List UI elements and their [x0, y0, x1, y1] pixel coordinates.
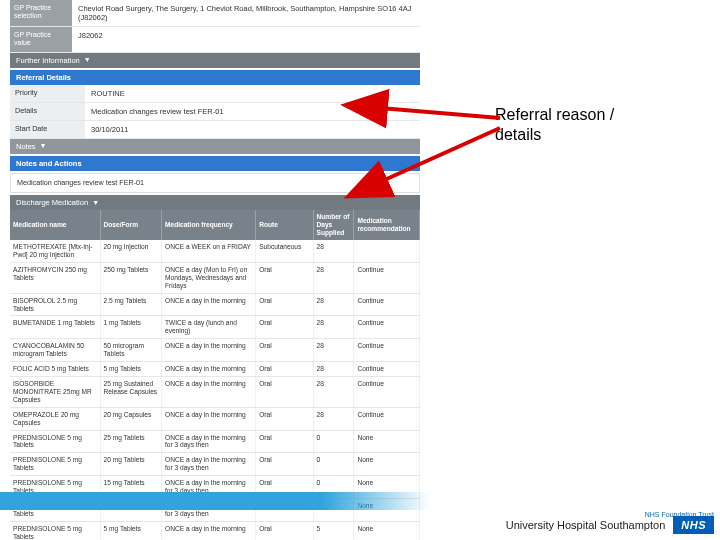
cell-freq: ONCE a day (Mon to Fri) on Mondays, Wedn…: [162, 262, 256, 293]
col-days-supplied: Number of Days Supplied: [313, 210, 354, 240]
notes-section[interactable]: Notes ▼: [10, 139, 420, 154]
cell-route: Oral: [256, 430, 313, 453]
gp-practice-value-row: GP Practice value J82062: [10, 27, 420, 53]
referral-details-row: Details Medication changes review test F…: [10, 103, 420, 121]
cell-route: Oral: [256, 407, 313, 430]
col-recommendation: Medication recommendation: [354, 210, 420, 240]
cell-route: Oral: [256, 362, 313, 377]
cell-name: AZITHROMYCIN 250 mg Tablets: [10, 262, 100, 293]
cell-name: OMEPRAZOLE 20 mg Capsules: [10, 407, 100, 430]
cell-route: Oral: [256, 453, 313, 476]
cell-days: 28: [313, 240, 354, 262]
nhs-logo: NHS: [673, 516, 714, 534]
col-dose-form: Dose/Form: [100, 210, 161, 240]
cell-days: 0: [313, 430, 354, 453]
cell-freq: TWICE a day (lunch and evening): [162, 316, 256, 339]
cell-days: 28: [313, 339, 354, 362]
cell-freq: ONCE a day in the morning for 3 days the…: [162, 453, 256, 476]
referral-start-label: Start Date: [10, 121, 85, 138]
col-frequency: Medication frequency: [162, 210, 256, 240]
further-information-label: Further Information: [16, 56, 80, 65]
table-row: PREDNISOLONE 5 mg Tablets25 mg TabletsON…: [10, 430, 420, 453]
cell-rec: Continue: [354, 362, 420, 377]
table-row: FOLIC ACID 5 mg Tablets5 mg TabletsONCE …: [10, 362, 420, 377]
annotation-line2: details: [495, 126, 541, 143]
gp-practice-selection-label: GP Practice selection: [10, 0, 72, 26]
cell-days: 28: [313, 407, 354, 430]
cell-name: CYANOCOBALAMIN 50 microgram Tablets: [10, 339, 100, 362]
referral-details-grid: Priority ROUTINE Details Medication chan…: [10, 85, 420, 139]
col-medication-name: Medication name: [10, 210, 100, 240]
cell-route: Oral: [256, 339, 313, 362]
chevron-down-icon: ▼: [92, 199, 99, 207]
cell-freq: ONCE a WEEK on a FRIDAY: [162, 240, 256, 262]
uhs-logo-text: University Hospital Southampton: [506, 519, 666, 531]
trust-subtext: NHS Foundation Trust: [645, 511, 714, 518]
table-row: CYANOCOBALAMIN 50 microgram Tablets50 mi…: [10, 339, 420, 362]
discharge-medication-section[interactable]: Discharge Medication ▼: [10, 195, 420, 210]
cell-name: BISOPROLOL 2.5 mg Tablets: [10, 293, 100, 316]
medication-table: Medication name Dose/Form Medication fre…: [10, 210, 420, 540]
cell-rec: Continue: [354, 377, 420, 408]
cell-rec: Continue: [354, 262, 420, 293]
referral-priority-value: ROUTINE: [85, 85, 420, 102]
cell-rec: Continue: [354, 407, 420, 430]
gp-practice-selection-value: Cheviot Road Surgery, The Surgery, 1 Che…: [72, 0, 420, 26]
gp-practice-selection-row: GP Practice selection Cheviot Road Surge…: [10, 0, 420, 27]
cell-route: Subcutaneous: [256, 240, 313, 262]
cell-days: 28: [313, 362, 354, 377]
table-row: OMEPRAZOLE 20 mg Capsules20 mg CapsulesO…: [10, 407, 420, 430]
further-information-section[interactable]: Further Information ▼: [10, 53, 420, 68]
table-row: ISOSORBIDE MONONITRATE 25mg MR Capsules2…: [10, 377, 420, 408]
cell-freq: ONCE a day in the morning: [162, 339, 256, 362]
table-row: BISOPROLOL 2.5 mg Tablets2.5 mg TabletsO…: [10, 293, 420, 316]
table-row: PREDNISOLONE 5 mg Tablets20 mg TabletsON…: [10, 453, 420, 476]
footer-logos: University Hospital Southampton NHS: [506, 516, 714, 534]
table-row: METHOTREXATE [Mtx-Inj-Pwd] 20 mg Injecti…: [10, 240, 420, 262]
referral-start-row: Start Date 30/10/2011: [10, 121, 420, 139]
cell-dose: 250 mg Tablets: [100, 262, 161, 293]
notes-actions-title: Notes and Actions: [10, 156, 420, 171]
cell-dose: 50 microgram Tablets: [100, 339, 161, 362]
gp-practice-value-label: GP Practice value: [10, 27, 72, 52]
cell-dose: 20 mg Capsules: [100, 407, 161, 430]
cell-days: 28: [313, 316, 354, 339]
referral-details-value: Medication changes review test FER-01: [85, 103, 420, 120]
cell-dose: 1 mg Tablets: [100, 316, 161, 339]
cell-dose: 25 mg Sustained Release Capsules: [100, 377, 161, 408]
cell-freq: ONCE a day in the morning: [162, 362, 256, 377]
cell-name: PREDNISOLONE 5 mg Tablets: [10, 430, 100, 453]
cell-days: 0: [313, 453, 354, 476]
referral-panel: GP Practice selection Cheviot Road Surge…: [10, 0, 420, 540]
cell-dose: 20 mg Injection: [100, 240, 161, 262]
referral-details-label: Details: [10, 103, 85, 120]
table-row: AZITHROMYCIN 250 mg Tablets250 mg Tablet…: [10, 262, 420, 293]
annotation-line1: Referral reason /: [495, 106, 614, 123]
notes-section-label: Notes: [16, 142, 36, 151]
col-route: Route: [256, 210, 313, 240]
cell-rec: Continue: [354, 316, 420, 339]
referral-priority-row: Priority ROUTINE: [10, 85, 420, 103]
referral-start-value: 30/10/2011: [85, 121, 420, 138]
cell-name: METHOTREXATE [Mtx-Inj-Pwd] 20 mg Injecti…: [10, 240, 100, 262]
cell-days: 28: [313, 262, 354, 293]
cell-dose: 5 mg Tablets: [100, 362, 161, 377]
cell-dose: 25 mg Tablets: [100, 430, 161, 453]
cell-rec: [354, 240, 420, 262]
cell-route: Oral: [256, 377, 313, 408]
cell-days: 28: [313, 377, 354, 408]
cell-name: ISOSORBIDE MONONITRATE 25mg MR Capsules: [10, 377, 100, 408]
cell-dose: 20 mg Tablets: [100, 453, 161, 476]
discharge-medication-label: Discharge Medication: [16, 198, 88, 207]
cell-route: Oral: [256, 262, 313, 293]
cell-route: Oral: [256, 316, 313, 339]
cell-name: FOLIC ACID 5 mg Tablets: [10, 362, 100, 377]
table-row: BUMETANIDE 1 mg Tablets1 mg TabletsTWICE…: [10, 316, 420, 339]
footer-blue-stripe: [0, 492, 430, 510]
gp-practice-value-value: J82062: [72, 27, 420, 52]
chevron-down-icon: ▼: [40, 142, 47, 150]
cell-freq: ONCE a day in the morning for 3 days the…: [162, 430, 256, 453]
cell-dose: 2.5 mg Tablets: [100, 293, 161, 316]
cell-rec: None: [354, 430, 420, 453]
footer-band: University Hospital Southampton NHS NHS …: [0, 492, 720, 540]
